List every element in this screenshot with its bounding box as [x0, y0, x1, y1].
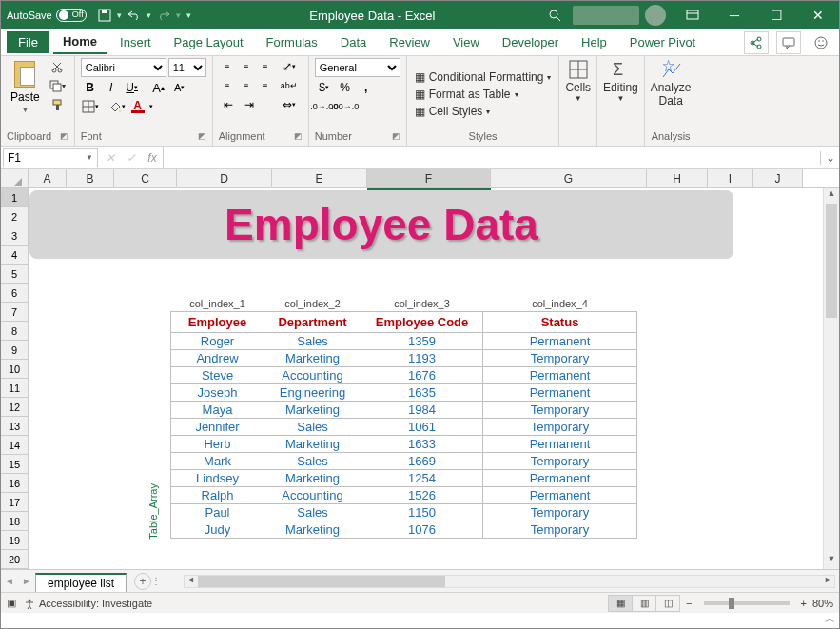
col-header[interactable]: A — [29, 169, 67, 187]
sheet-nav-next-icon[interactable]: ► — [18, 576, 35, 586]
number-dialog-launcher-icon[interactable]: ◩ — [392, 131, 400, 141]
align-top-icon[interactable]: ≡ — [219, 58, 236, 75]
underline-button[interactable]: U▾ — [123, 79, 142, 96]
col-header[interactable]: E — [272, 169, 367, 187]
table-cell[interactable]: Engineering — [264, 384, 361, 402]
decrease-font-icon[interactable]: A▾ — [170, 79, 189, 96]
share-icon[interactable] — [744, 31, 769, 54]
table-row[interactable]: RogerSales1359Permanent — [171, 333, 637, 350]
fill-color-icon[interactable]: ▾ — [107, 98, 127, 115]
row-header[interactable]: 17 — [1, 493, 29, 512]
table-cell[interactable]: Permanent — [483, 367, 637, 384]
row-header[interactable]: 20 — [1, 550, 29, 569]
user-account-name[interactable] — [573, 6, 639, 25]
table-cell[interactable]: Temporary — [483, 350, 637, 367]
table-cell[interactable]: 1359 — [361, 333, 483, 350]
table-cell[interactable]: Temporary — [483, 504, 637, 521]
table-cell[interactable]: Permanent — [483, 470, 637, 487]
table-cell[interactable]: Steve — [171, 367, 264, 384]
row-header[interactable]: 6 — [1, 284, 29, 303]
name-box[interactable]: F1▼ — [3, 148, 98, 167]
qat-dropdown-icon[interactable]: ▾ — [117, 10, 122, 20]
autosave-toggle[interactable]: AutoSave Off — [1, 9, 92, 22]
worksheet-grid[interactable]: A B C D E F G H I J 12345678910111213141… — [1, 169, 839, 569]
table-cell[interactable]: Accounting — [264, 367, 361, 384]
table-cell[interactable]: Sales — [264, 419, 361, 436]
table-header[interactable]: Employee Code — [361, 312, 483, 333]
increase-font-icon[interactable]: A▴ — [149, 79, 168, 96]
table-cell[interactable]: 1193 — [361, 350, 483, 367]
table-cell[interactable]: 1633 — [361, 436, 483, 453]
table-cell[interactable]: Sales — [264, 504, 361, 521]
tab-insert[interactable]: Insert — [110, 31, 161, 53]
table-cell[interactable]: Andrew — [171, 350, 264, 367]
sheet-tab-employee-list[interactable]: employee list — [35, 573, 127, 592]
cut-icon[interactable] — [46, 58, 68, 75]
format-painter-icon[interactable] — [46, 96, 68, 113]
hscroll-thumb[interactable] — [198, 576, 445, 587]
clipboard-dialog-launcher-icon[interactable]: ◩ — [60, 131, 68, 141]
zoom-level[interactable]: 80% — [812, 598, 833, 609]
table-cell[interactable]: Temporary — [483, 453, 637, 470]
col-header[interactable]: B — [67, 169, 114, 187]
table-header[interactable]: Department — [264, 312, 361, 333]
copy-icon[interactable]: ▾ — [46, 77, 68, 94]
table-cell[interactable]: Permanent — [483, 333, 637, 350]
undo-dropdown-icon[interactable]: ▾ — [147, 10, 151, 20]
row-header[interactable]: 16 — [1, 474, 29, 493]
row-header[interactable]: 7 — [1, 303, 29, 322]
save-icon[interactable] — [98, 9, 111, 22]
table-cell[interactable]: Permanent — [483, 487, 637, 504]
sheet-nav-prev-icon[interactable]: ◄ — [1, 576, 18, 586]
font-family-select[interactable]: Calibri — [81, 58, 166, 77]
row-header[interactable]: 18 — [1, 512, 29, 531]
tab-power-pivot[interactable]: Power Pivot — [620, 31, 705, 53]
row-header[interactable]: 9 — [1, 341, 29, 360]
select-all-corner[interactable] — [1, 169, 29, 187]
row-header[interactable]: 10 — [1, 360, 29, 379]
new-sheet-button[interactable]: + — [134, 573, 151, 590]
table-cell[interactable]: Ralph — [171, 487, 264, 504]
analyze-data-button[interactable]: AnalyzeData — [651, 58, 692, 108]
view-normal-icon[interactable]: ▦ — [608, 595, 633, 612]
minimize-button[interactable]: ─ — [713, 1, 755, 29]
search-icon[interactable] — [548, 9, 561, 22]
align-left-icon[interactable]: ≡ — [219, 77, 236, 94]
undo-icon[interactable] — [127, 9, 141, 22]
table-cell[interactable]: Jennifer — [171, 419, 264, 436]
number-format-select[interactable]: General — [315, 58, 400, 77]
font-size-select[interactable]: 11 — [168, 58, 206, 77]
align-right-icon[interactable]: ≡ — [257, 77, 274, 94]
table-cell[interactable]: 1676 — [361, 367, 483, 384]
format-as-table-button[interactable]: ▦Format as Table▾ — [413, 87, 520, 102]
scroll-left-icon[interactable]: ◄ — [186, 575, 195, 584]
borders-icon[interactable]: ▾ — [81, 98, 100, 115]
maximize-button[interactable]: ☐ — [755, 1, 797, 29]
table-cell[interactable]: Permanent — [483, 436, 637, 453]
tab-view[interactable]: View — [443, 31, 489, 53]
fx-icon[interactable]: fx — [142, 151, 163, 165]
tab-review[interactable]: Review — [380, 31, 440, 53]
accounting-format-icon[interactable]: $▾ — [315, 79, 334, 96]
scroll-down-icon[interactable]: ▼ — [824, 554, 839, 569]
align-middle-icon[interactable]: ≡ — [238, 58, 255, 75]
table-row[interactable]: MarkSales1669Temporary — [171, 453, 637, 470]
redo-dropdown-icon[interactable]: ▾ — [176, 10, 181, 20]
tab-help[interactable]: Help — [572, 31, 616, 53]
alignment-buttons[interactable]: ≡≡≡ ≡≡≡ — [219, 58, 274, 94]
user-avatar[interactable] — [645, 5, 666, 26]
table-header[interactable]: Employee — [171, 312, 264, 333]
font-dialog-launcher-icon[interactable]: ◩ — [198, 131, 206, 141]
col-header[interactable]: H — [647, 169, 708, 187]
table-row[interactable]: PaulSales1150Temporary — [171, 504, 637, 521]
col-header[interactable]: D — [177, 169, 272, 187]
qat-customize-icon[interactable]: ▾ — [186, 10, 191, 20]
table-cell[interactable]: 1635 — [361, 384, 483, 402]
increase-indent-icon[interactable]: ⇥ — [240, 96, 259, 113]
col-header[interactable]: J — [753, 169, 803, 187]
table-cell[interactable]: Judy — [171, 521, 264, 539]
table-cell[interactable]: 1984 — [361, 402, 483, 419]
collapse-ribbon-icon[interactable]: ︿ — [825, 612, 835, 626]
table-cell[interactable]: 1669 — [361, 453, 483, 470]
zoom-out-button[interactable]: − — [686, 598, 692, 609]
